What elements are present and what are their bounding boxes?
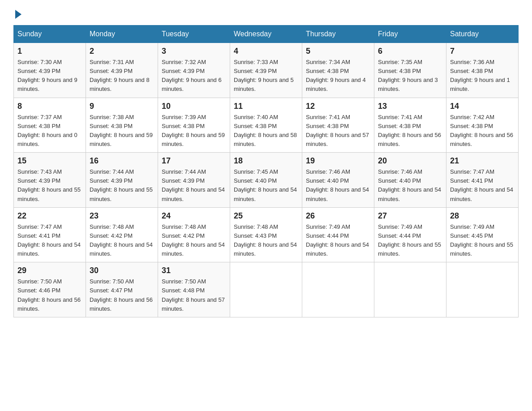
day-number: 12 — [306, 102, 370, 111]
day-info: Sunrise: 7:50 AMSunset: 4:48 PMDaylight:… — [162, 277, 226, 313]
day-info: Sunrise: 7:48 AMSunset: 4:43 PMDaylight:… — [234, 223, 298, 259]
day-info: Sunrise: 7:32 AMSunset: 4:39 PMDaylight:… — [162, 58, 226, 94]
header-friday: Friday — [374, 26, 446, 43]
day-number: 8 — [17, 102, 82, 111]
calendar-cell: 14Sunrise: 7:42 AMSunset: 4:38 PMDayligh… — [446, 98, 519, 153]
calendar-cell: 13Sunrise: 7:41 AMSunset: 4:38 PMDayligh… — [374, 98, 446, 153]
calendar-cell: 9Sunrise: 7:38 AMSunset: 4:38 PMDaylight… — [86, 98, 158, 153]
day-number: 28 — [450, 211, 515, 221]
calendar-cell: 27Sunrise: 7:49 AMSunset: 4:44 PMDayligh… — [374, 207, 446, 262]
day-info: Sunrise: 7:39 AMSunset: 4:38 PMDaylight:… — [162, 113, 226, 149]
day-number: 30 — [90, 266, 154, 275]
calendar-cell — [302, 262, 374, 317]
day-number: 23 — [90, 211, 154, 221]
calendar-cell: 5Sunrise: 7:34 AMSunset: 4:38 PMDaylight… — [302, 43, 374, 98]
calendar-cell: 17Sunrise: 7:44 AMSunset: 4:39 PMDayligh… — [158, 153, 230, 208]
day-number: 21 — [450, 156, 515, 166]
week-row-1: 1Sunrise: 7:30 AMSunset: 4:39 PMDaylight… — [14, 43, 519, 98]
day-info: Sunrise: 7:47 AMSunset: 4:41 PMDaylight:… — [450, 167, 515, 204]
day-number: 29 — [17, 266, 82, 275]
day-info: Sunrise: 7:40 AMSunset: 4:38 PMDaylight:… — [234, 113, 298, 149]
header-thursday: Thursday — [302, 26, 374, 43]
calendar-cell: 15Sunrise: 7:43 AMSunset: 4:39 PMDayligh… — [14, 153, 86, 208]
day-number: 7 — [450, 47, 515, 56]
calendar-cell: 22Sunrise: 7:47 AMSunset: 4:41 PMDayligh… — [14, 207, 86, 262]
calendar-cell: 26Sunrise: 7:49 AMSunset: 4:44 PMDayligh… — [302, 207, 374, 262]
day-number: 31 — [162, 266, 226, 275]
calendar-cell: 8Sunrise: 7:37 AMSunset: 4:38 PMDaylight… — [14, 98, 86, 153]
calendar-cell: 31Sunrise: 7:50 AMSunset: 4:48 PMDayligh… — [158, 262, 230, 317]
day-info: Sunrise: 7:44 AMSunset: 4:39 PMDaylight:… — [162, 167, 226, 204]
day-number: 2 — [90, 47, 154, 56]
calendar-cell — [446, 262, 519, 317]
calendar-body: 1Sunrise: 7:30 AMSunset: 4:39 PMDaylight… — [14, 43, 519, 317]
week-row-5: 29Sunrise: 7:50 AMSunset: 4:46 PMDayligh… — [14, 262, 519, 317]
day-number: 25 — [234, 211, 298, 221]
day-number: 24 — [162, 211, 226, 221]
week-row-2: 8Sunrise: 7:37 AMSunset: 4:38 PMDaylight… — [14, 98, 519, 153]
day-info: Sunrise: 7:37 AMSunset: 4:38 PMDaylight:… — [17, 113, 82, 149]
day-number: 5 — [306, 47, 370, 56]
day-info: Sunrise: 7:31 AMSunset: 4:39 PMDaylight:… — [90, 58, 154, 94]
day-number: 9 — [90, 102, 154, 111]
day-info: Sunrise: 7:42 AMSunset: 4:38 PMDaylight:… — [450, 113, 515, 149]
calendar-cell: 24Sunrise: 7:48 AMSunset: 4:42 PMDayligh… — [158, 207, 230, 262]
logo-arrow-icon — [15, 10, 21, 19]
calendar-cell: 7Sunrise: 7:36 AMSunset: 4:38 PMDaylight… — [446, 43, 519, 98]
header-monday: Monday — [86, 26, 158, 43]
calendar-cell: 16Sunrise: 7:44 AMSunset: 4:39 PMDayligh… — [86, 153, 158, 208]
calendar-cell: 12Sunrise: 7:41 AMSunset: 4:38 PMDayligh… — [302, 98, 374, 153]
day-info: Sunrise: 7:38 AMSunset: 4:38 PMDaylight:… — [90, 113, 154, 149]
day-info: Sunrise: 7:34 AMSunset: 4:38 PMDaylight:… — [306, 58, 370, 94]
calendar-cell: 4Sunrise: 7:33 AMSunset: 4:39 PMDaylight… — [230, 43, 302, 98]
header-row: SundayMondayTuesdayWednesdayThursdayFrid… — [14, 26, 519, 43]
day-number: 6 — [378, 47, 442, 56]
day-number: 4 — [234, 47, 298, 56]
day-info: Sunrise: 7:49 AMSunset: 4:44 PMDaylight:… — [306, 223, 370, 259]
calendar-cell: 3Sunrise: 7:32 AMSunset: 4:39 PMDaylight… — [158, 43, 230, 98]
day-info: Sunrise: 7:49 AMSunset: 4:44 PMDaylight:… — [378, 223, 442, 259]
header-saturday: Saturday — [446, 26, 519, 43]
header-sunday: Sunday — [14, 26, 86, 43]
calendar-cell: 10Sunrise: 7:39 AMSunset: 4:38 PMDayligh… — [158, 98, 230, 153]
day-info: Sunrise: 7:35 AMSunset: 4:38 PMDaylight:… — [378, 58, 442, 94]
week-row-4: 22Sunrise: 7:47 AMSunset: 4:41 PMDayligh… — [14, 207, 519, 262]
header-wednesday: Wednesday — [230, 26, 302, 43]
day-number: 10 — [162, 102, 226, 111]
day-info: Sunrise: 7:47 AMSunset: 4:41 PMDaylight:… — [17, 223, 82, 259]
day-number: 11 — [234, 102, 298, 111]
calendar-cell — [230, 262, 302, 317]
day-info: Sunrise: 7:33 AMSunset: 4:39 PMDaylight:… — [234, 58, 298, 94]
calendar-cell: 2Sunrise: 7:31 AMSunset: 4:39 PMDaylight… — [86, 43, 158, 98]
day-number: 19 — [306, 156, 370, 166]
calendar-cell: 18Sunrise: 7:45 AMSunset: 4:40 PMDayligh… — [230, 153, 302, 208]
day-info: Sunrise: 7:50 AMSunset: 4:47 PMDaylight:… — [90, 277, 154, 313]
day-info: Sunrise: 7:36 AMSunset: 4:38 PMDaylight:… — [450, 58, 515, 94]
day-info: Sunrise: 7:30 AMSunset: 4:39 PMDaylight:… — [17, 58, 82, 94]
calendar-cell — [374, 262, 446, 317]
day-info: Sunrise: 7:46 AMSunset: 4:40 PMDaylight:… — [378, 167, 442, 204]
day-number: 17 — [162, 156, 226, 166]
day-info: Sunrise: 7:41 AMSunset: 4:38 PMDaylight:… — [378, 113, 442, 149]
day-info: Sunrise: 7:45 AMSunset: 4:40 PMDaylight:… — [234, 167, 298, 204]
day-number: 3 — [162, 47, 226, 56]
calendar-cell: 23Sunrise: 7:48 AMSunset: 4:42 PMDayligh… — [86, 207, 158, 262]
calendar-cell: 30Sunrise: 7:50 AMSunset: 4:47 PMDayligh… — [86, 262, 158, 317]
day-info: Sunrise: 7:43 AMSunset: 4:39 PMDaylight:… — [17, 167, 82, 204]
day-number: 14 — [450, 102, 515, 111]
calendar-cell: 28Sunrise: 7:49 AMSunset: 4:45 PMDayligh… — [446, 207, 519, 262]
page-header — [13, 9, 519, 17]
calendar-cell: 6Sunrise: 7:35 AMSunset: 4:38 PMDaylight… — [374, 43, 446, 98]
day-info: Sunrise: 7:41 AMSunset: 4:38 PMDaylight:… — [306, 113, 370, 149]
calendar-cell: 1Sunrise: 7:30 AMSunset: 4:39 PMDaylight… — [14, 43, 86, 98]
calendar-cell: 20Sunrise: 7:46 AMSunset: 4:40 PMDayligh… — [374, 153, 446, 208]
calendar-cell: 21Sunrise: 7:47 AMSunset: 4:41 PMDayligh… — [446, 153, 519, 208]
calendar-cell: 25Sunrise: 7:48 AMSunset: 4:43 PMDayligh… — [230, 207, 302, 262]
day-number: 18 — [234, 156, 298, 166]
day-info: Sunrise: 7:49 AMSunset: 4:45 PMDaylight:… — [450, 223, 515, 259]
day-info: Sunrise: 7:46 AMSunset: 4:40 PMDaylight:… — [306, 167, 370, 204]
day-info: Sunrise: 7:48 AMSunset: 4:42 PMDaylight:… — [90, 223, 154, 259]
calendar-table: SundayMondayTuesdayWednesdayThursdayFrid… — [13, 25, 519, 317]
header-tuesday: Tuesday — [158, 26, 230, 43]
calendar-cell: 11Sunrise: 7:40 AMSunset: 4:38 PMDayligh… — [230, 98, 302, 153]
